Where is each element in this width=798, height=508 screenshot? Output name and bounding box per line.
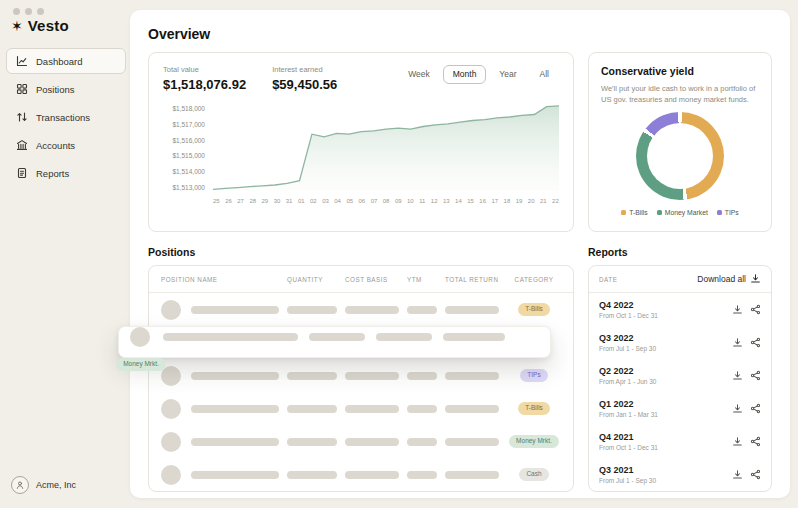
skeleton-bar — [445, 372, 499, 380]
download-icon[interactable] — [732, 304, 743, 315]
download-all-label: Download all — [697, 274, 746, 284]
position-avatar-skeleton — [161, 300, 181, 320]
account-switcher[interactable]: Acme, Inc — [11, 476, 76, 494]
yield-card-title: Conservative yield — [601, 65, 759, 77]
position-row[interactable]: Cash — [149, 458, 573, 491]
download-icon[interactable] — [732, 469, 743, 480]
sidebar-item-dashboard[interactable]: Dashboard — [6, 48, 126, 74]
chart-plot-area — [213, 105, 559, 191]
y-axis-tick: $1,518,000 — [163, 105, 205, 112]
window-zoom-button[interactable] — [37, 8, 44, 15]
column-header-quantity: QUANTITY — [287, 276, 337, 283]
position-row[interactable]: TIPs — [149, 359, 573, 392]
legend-color-dot — [717, 210, 722, 215]
share-icon[interactable] — [750, 469, 761, 480]
skeleton-bar — [191, 471, 279, 479]
window-close-button[interactable] — [13, 8, 20, 15]
skeleton-bar — [287, 372, 337, 380]
yield-card-description: We'll put your idle cash to work in a po… — [601, 83, 759, 106]
company-name: Acme, Inc — [36, 480, 76, 490]
position-row[interactable]: Money Mrkt. — [149, 425, 573, 458]
report-quarter: Q3 2022 — [599, 333, 656, 344]
report-info: Q3 2022From Jul 1 - Sep 30 — [599, 333, 656, 353]
window-minimize-button[interactable] — [25, 8, 32, 15]
range-selector: WeekMonthYearAll — [398, 65, 559, 84]
skeleton-bar — [407, 306, 437, 314]
skeleton-bar — [287, 306, 337, 314]
x-axis-tick: 09 — [395, 198, 402, 204]
download-icon — [750, 273, 761, 286]
download-icon[interactable] — [732, 436, 743, 447]
user-avatar-icon — [11, 476, 29, 494]
skeleton-bar — [376, 333, 432, 341]
area-chart-svg — [213, 105, 559, 191]
skeleton-bar — [407, 438, 437, 446]
x-axis-tick: 11 — [419, 198, 425, 204]
skeleton-bar — [191, 405, 279, 413]
legend-item-money-market: Money Market — [657, 209, 708, 216]
sidebar-item-label: Dashboard — [36, 56, 82, 67]
download-all-button[interactable]: Download all — [697, 273, 761, 286]
range-button-all[interactable]: All — [530, 65, 559, 84]
report-info: Q1 2022From Jan 1 - Mar 31 — [599, 399, 658, 419]
x-axis-tick: 18 — [504, 198, 511, 204]
y-axis-tick: $1,516,000 — [163, 137, 205, 144]
x-axis-tick: 20 — [528, 198, 535, 204]
x-axis-tick: 06 — [359, 198, 366, 204]
report-actions — [732, 469, 761, 480]
report-row-q1-2022: Q1 2022From Jan 1 - Mar 31 — [589, 392, 771, 425]
sidebar-item-accounts[interactable]: Accounts — [6, 132, 126, 158]
report-row-q4-2021: Q4 2021From Oct 1 - Dec 31 — [589, 425, 771, 458]
brand-logo: ✶ Vesto — [11, 17, 69, 34]
interest-earned-amount: $59,450.56 — [272, 77, 337, 92]
range-button-month[interactable]: Month — [443, 65, 487, 84]
report-quarter: Q4 2021 — [599, 432, 658, 443]
report-row-q3-2022: Q3 2022From Jul 1 - Sep 30 — [589, 326, 771, 359]
document-icon — [16, 167, 28, 179]
report-period: From Jul 1 - Sep 30 — [599, 345, 656, 352]
share-icon[interactable] — [750, 304, 761, 315]
report-period: From Oct 1 - Dec 31 — [599, 444, 658, 451]
download-icon[interactable] — [732, 403, 743, 414]
top-row: Total value $1,518,076.92 Interest earne… — [148, 52, 772, 232]
x-axis-tick: 03 — [322, 198, 329, 204]
position-row[interactable]: T-Bills — [149, 392, 573, 425]
download-icon[interactable] — [732, 337, 743, 348]
sidebar-item-positions[interactable]: Positions — [6, 76, 126, 102]
range-button-year[interactable]: Year — [489, 65, 526, 84]
skeleton-bar — [345, 372, 399, 380]
chart-x-axis: 2526272829303101020304050607080910111213… — [213, 198, 559, 204]
share-icon[interactable] — [750, 403, 761, 414]
position-avatar-skeleton — [161, 432, 181, 452]
skeleton-bar — [407, 405, 437, 413]
category-badge: Cash — [519, 468, 548, 481]
legend-item-tips: TIPs — [717, 209, 739, 216]
sidebar-item-reports[interactable]: Reports — [6, 160, 126, 186]
skeleton-bar — [287, 471, 337, 479]
y-axis-tick: $1,514,000 — [163, 168, 205, 175]
report-period: From Jan 1 - Mar 31 — [599, 411, 658, 418]
conservative-yield-card: Conservative yield We'll put your idle c… — [588, 52, 772, 232]
x-axis-tick: 21 — [540, 198, 547, 204]
date-column-header: DATE — [599, 276, 617, 283]
x-axis-tick: 22 — [552, 198, 559, 204]
report-quarter: Q1 2022 — [599, 399, 658, 410]
chart-y-axis: $1,518,000$1,517,000$1,516,000$1,515,000… — [163, 105, 205, 191]
range-button-week[interactable]: Week — [398, 65, 440, 84]
share-icon[interactable] — [750, 337, 761, 348]
report-period: From Jul 1 - Sep 30 — [599, 477, 656, 484]
skeleton-bar — [445, 306, 499, 314]
report-row-q2-2022: Q2 2022From Apr 1 - Jun 30 — [589, 359, 771, 392]
column-header-cost-basis: COST BASIS — [345, 276, 399, 283]
report-info: Q4 2021From Oct 1 - Dec 31 — [599, 432, 658, 452]
positions-section: Positions POSITION NAMEQUANTITYCOST BASI… — [148, 246, 574, 492]
report-row-q4-2022: Q4 2022From Oct 1 - Dec 31 — [589, 293, 771, 326]
sidebar-item-transactions[interactable]: Transactions — [6, 104, 126, 130]
download-icon[interactable] — [732, 370, 743, 381]
column-header-total-return: TOTAL RETURN — [445, 276, 499, 283]
dragged-position-row[interactable]: Money Mrkt. — [118, 326, 551, 358]
share-icon[interactable] — [750, 436, 761, 447]
share-icon[interactable] — [750, 370, 761, 381]
position-row[interactable]: T-Bills — [149, 293, 573, 326]
category-badge: T-Bills — [518, 402, 550, 415]
